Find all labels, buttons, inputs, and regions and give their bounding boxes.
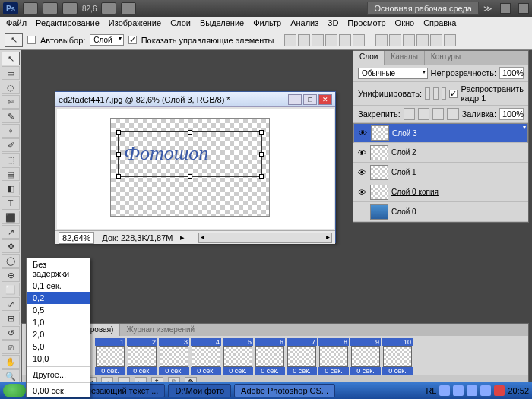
align-icon[interactable] xyxy=(325,34,337,46)
distribute-icon[interactable] xyxy=(416,34,429,46)
minimize-button[interactable] xyxy=(500,3,511,14)
show-controls-checkbox[interactable]: ✓ xyxy=(128,36,137,44)
handle-tc[interactable] xyxy=(188,130,192,135)
tool-button[interactable]: ◧ xyxy=(2,182,20,195)
distribute-icon[interactable] xyxy=(403,34,415,46)
tab-channels[interactable]: Каналы xyxy=(385,51,425,65)
delay-none[interactable]: Без задержки xyxy=(27,258,90,280)
handle-bl[interactable] xyxy=(116,174,121,179)
tool-button[interactable]: ✐ xyxy=(2,138,20,152)
doc-minimize-button[interactable]: – xyxy=(288,94,302,105)
menu-layers[interactable]: Слои xyxy=(170,18,191,29)
menu-help[interactable]: Справка xyxy=(423,18,456,29)
tool-button[interactable]: ⬛ xyxy=(2,211,20,224)
tool-button[interactable]: ◌ xyxy=(2,81,20,94)
tool-button[interactable]: ▤ xyxy=(2,167,20,181)
tool-button[interactable]: ✥ xyxy=(2,239,20,253)
align-icon[interactable] xyxy=(284,34,296,46)
arrange-icon[interactable] xyxy=(121,2,136,14)
zoom-field[interactable]: 82,64% xyxy=(59,232,94,244)
tool-button[interactable]: ⌖ xyxy=(2,124,20,138)
layer-row[interactable]: 👁Слой 0 копия xyxy=(353,182,528,202)
start-button[interactable] xyxy=(3,384,26,397)
unify-style-icon[interactable] xyxy=(442,87,447,100)
bridge-icon[interactable] xyxy=(23,2,38,14)
animation-frame[interactable]: 100 сек. xyxy=(382,338,413,375)
delay-option-selected[interactable]: 0,2 xyxy=(27,292,90,304)
menu-file[interactable]: Файл xyxy=(6,18,27,29)
lock-transparency-icon[interactable] xyxy=(404,108,415,120)
tray-icon[interactable] xyxy=(439,385,450,396)
tab-measurement-log[interactable]: Журнал измерений xyxy=(120,324,201,336)
tool-button[interactable]: ↺ xyxy=(2,326,20,340)
visibility-toggle[interactable]: 👁 xyxy=(357,128,368,138)
distribute-icon[interactable] xyxy=(389,34,401,46)
tool-button[interactable]: 🔍 xyxy=(2,369,20,383)
auto-select-checkbox[interactable] xyxy=(27,36,36,44)
delay-option[interactable]: 0,1 сек. xyxy=(27,280,90,292)
animation-frame[interactable]: 90 сек. xyxy=(350,338,381,375)
tool-button[interactable]: ⤢ xyxy=(2,297,20,311)
blend-mode-dropdown[interactable]: Обычные xyxy=(358,68,428,79)
align-icon[interactable] xyxy=(339,34,351,46)
layer-row[interactable]: 👁Слой 3 xyxy=(353,123,528,143)
tool-button[interactable]: ⎚ xyxy=(2,340,20,354)
screen-mode-icon[interactable] xyxy=(62,2,78,14)
workspace-more-icon[interactable]: ≫ xyxy=(483,4,492,14)
tool-button[interactable]: ✎ xyxy=(2,109,20,123)
animation-frame[interactable]: 30 сек. xyxy=(159,338,189,375)
delay-option[interactable]: 1,0 xyxy=(27,316,90,328)
distribute-icon[interactable] xyxy=(430,34,442,46)
tool-button[interactable]: ✄ xyxy=(2,95,20,109)
maximize-button[interactable] xyxy=(518,3,529,14)
current-tool-icon[interactable]: ↖ xyxy=(5,33,23,47)
align-icon[interactable] xyxy=(353,34,365,46)
menu-select[interactable]: Выделение xyxy=(200,18,244,29)
opacity-field[interactable]: 100% xyxy=(499,67,524,79)
view-extras-icon[interactable] xyxy=(101,2,116,14)
menu-analysis[interactable]: Анализ xyxy=(290,18,318,29)
visibility-toggle[interactable]: 👁 xyxy=(356,167,367,178)
tool-button[interactable]: ▭ xyxy=(2,66,20,80)
h-scrollbar[interactable] xyxy=(198,233,332,243)
handle-bc[interactable] xyxy=(188,174,192,179)
tray-icon[interactable] xyxy=(453,385,464,396)
align-icon[interactable] xyxy=(298,34,310,46)
unify-visibility-icon[interactable] xyxy=(433,87,439,100)
delay-custom[interactable]: 0,00 сек. xyxy=(27,385,90,397)
layer-thumbnail[interactable] xyxy=(370,185,388,200)
doc-close-button[interactable]: ✕ xyxy=(318,94,332,105)
lock-position-icon[interactable] xyxy=(432,108,444,120)
visibility-toggle[interactable]: 👁 xyxy=(356,187,367,198)
lang-indicator[interactable]: RL xyxy=(426,386,436,395)
tool-button[interactable]: ⬚ xyxy=(2,153,20,166)
align-icon[interactable] xyxy=(312,34,324,46)
unify-position-icon[interactable] xyxy=(425,87,430,100)
menu-window[interactable]: Окно xyxy=(395,18,415,29)
delay-option[interactable]: 2,0 xyxy=(27,328,90,340)
document-titlebar[interactable]: ed2fadcf4417.jpg @ 82,6% (Слой 3, RGB/8)… xyxy=(55,92,335,107)
tool-button[interactable]: T xyxy=(2,196,20,210)
menu-edit[interactable]: Редактирование xyxy=(36,18,100,29)
layer-thumbnail[interactable] xyxy=(371,125,389,141)
auto-select-dropdown[interactable]: Слой xyxy=(90,34,123,46)
animation-frame[interactable]: 20 сек. xyxy=(127,338,157,375)
animation-frame[interactable]: 50 сек. xyxy=(223,338,253,375)
animation-frame[interactable]: 70 сек. xyxy=(287,338,317,375)
transform-box[interactable] xyxy=(118,131,262,177)
tool-button[interactable]: ⊞ xyxy=(2,312,20,325)
menu-filter[interactable]: Фильтр xyxy=(253,18,281,29)
layer-row[interactable]: 👁Слой 2 xyxy=(353,143,528,163)
avira-tray-icon[interactable] xyxy=(494,385,505,396)
propagate-checkbox[interactable]: ✓ xyxy=(449,90,458,98)
layer-thumbnail[interactable] xyxy=(370,204,388,220)
animation-frame[interactable]: 40 сек. xyxy=(191,338,221,375)
clock[interactable]: 20:52 xyxy=(508,386,529,395)
visibility-toggle[interactable]: 👁 xyxy=(356,147,367,158)
tool-button[interactable]: ⬜ xyxy=(2,283,20,296)
lock-all-icon[interactable] xyxy=(447,108,458,120)
tab-paths[interactable]: Контуры xyxy=(425,51,467,65)
handle-ml[interactable] xyxy=(116,152,121,157)
delay-other[interactable]: Другое... xyxy=(27,369,90,381)
tool-button[interactable]: ↖ xyxy=(2,52,20,65)
